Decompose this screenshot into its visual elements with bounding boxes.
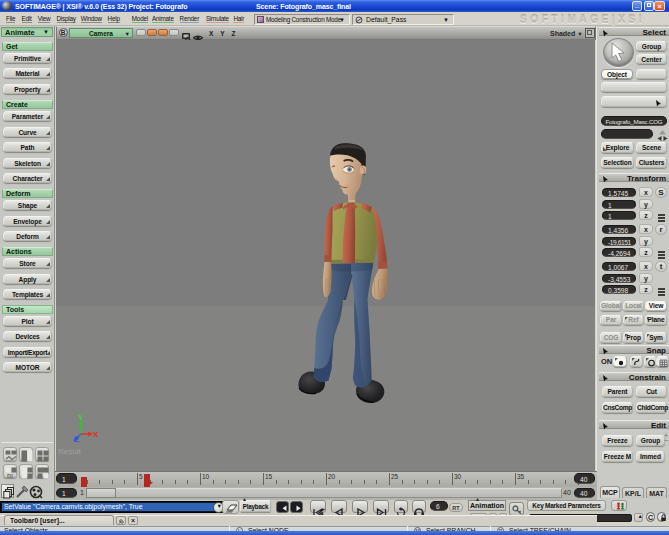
svg-text:Z: Z [74,435,79,444]
svg-text:DI: DI [7,473,13,479]
svg-text:X: X [93,430,99,439]
